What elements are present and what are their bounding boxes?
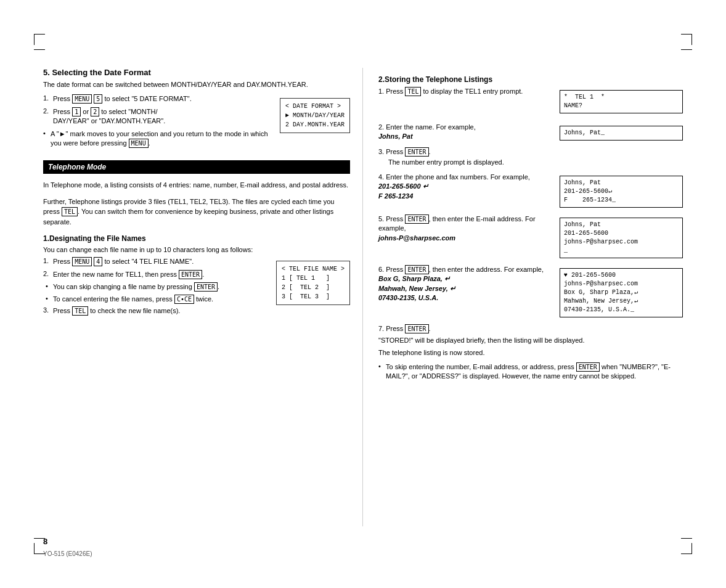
sec2-final-bullet: • To skip entering the number, E-mail ad… <box>378 362 683 382</box>
section-1-subtitle: You can change each file name in up to 1… <box>43 246 350 253</box>
side-mark-tr <box>681 49 692 50</box>
bullet-sym-2: • <box>46 295 53 304</box>
enter-key-5: ENTER <box>405 265 428 274</box>
final-bullet-body: To skip entering the number, E-mail addr… <box>386 362 683 382</box>
date-format-display: < DATE FORMAT > ► MONTH/DAY/YEAR 2 DAY.M… <box>280 98 350 133</box>
sec2-step-1: 1. Press TEL to display the TEL1 entry p… <box>378 87 683 116</box>
sec2-step-3: 3. Press ENTER. <box>378 147 683 157</box>
tel-key-2: TEL <box>72 306 88 316</box>
sec2-step-6-ex2: Mahwah, New Jersey, ↵ <box>378 285 455 292</box>
side-mark-br <box>681 538 692 539</box>
section-5-steps: 1. Press MENU 5 to select "5 DATE FORMAT… <box>43 94 350 151</box>
sec2-step-4-ex1: 201-265-5600 ↵ <box>378 182 428 190</box>
corner-mark-tr <box>681 34 692 45</box>
sec1-bullet-1: • You can skip changing a file name by p… <box>43 282 270 292</box>
sec2-step-5-num: 5. <box>378 215 384 223</box>
tel-key-inline: TEL <box>62 207 78 216</box>
lcd-4: Johns, Pat 201-265-5600↵ F 265-1234_ <box>560 176 683 208</box>
sec2-step-1-text: 1. Press TEL to display the TEL1 entry p… <box>378 87 560 96</box>
section-1-steps-text: 1. Press MENU 4 to select "4 TEL FILE NA… <box>43 257 270 319</box>
sec2-step-2: 2. Enter the name. For example, Johns, P… <box>378 123 683 144</box>
menu-key-3: MENU <box>72 257 92 266</box>
sec2-step-2-num: 2. <box>378 123 384 131</box>
section-1: 1.Designating the File Names You can cha… <box>43 234 350 319</box>
sec1-bullet-2-body: To cancel entering the file names, press… <box>53 295 213 304</box>
sec2-step-2-example: Johns, Pat <box>378 133 413 140</box>
sec1-step-2-body: Enter the new name for TEL1, then press … <box>53 270 204 279</box>
sec1-step-3: 3. Press TEL to check the new file name(… <box>43 306 270 316</box>
sec2-step-2-text: 2. Enter the name. For example, Johns, P… <box>378 123 560 142</box>
final-bullet-sym: • <box>378 362 386 382</box>
sec1-step-1-num: 1. <box>43 257 53 266</box>
sec2-step-6-text: 6. Press ENTER, then enter the address. … <box>378 265 560 303</box>
sec2-step-3-note: The number entry prompt is displayed. <box>378 158 683 167</box>
section-1-title: 1.Designating the File Names <box>43 234 350 243</box>
lcd-5: Johns, Pat 201-265-5600 johns-P@sharpsec… <box>560 218 683 258</box>
enter-key-4: ENTER <box>405 214 428 224</box>
enter-key-2: ENTER <box>194 282 218 292</box>
section-5-title: 5. Selecting the Date Format <box>43 68 350 77</box>
left-column: 5. Selecting the Date Format The date fo… <box>43 68 363 526</box>
key-1: 1 <box>72 107 81 116</box>
section-1-steps-with-display: 1. Press MENU 4 to select "4 TEL FILE NA… <box>43 257 350 319</box>
lcd-6: ♥ 201-265-5600 johns-P@sharpsec.com Box … <box>560 268 683 317</box>
bullet-body: A "►" mark moves to your selection and y… <box>51 129 274 149</box>
section-5-step-1: 1. Press MENU 5 to select "5 DATE FORMAT… <box>43 94 274 104</box>
section-5-step-2: 2. Press 1 or 2 to select "MONTH/DAY/YEA… <box>43 107 274 126</box>
sec2-step-3-num: 3. <box>378 148 384 155</box>
sec2-step-7-note1: "STORED!" will be displayed briefly, the… <box>378 336 683 345</box>
sec2-step-4: 4. Enter the phone and fax numbers. For … <box>378 173 683 211</box>
sec1-step-2: 2. Enter the new name for TEL1, then pre… <box>43 270 270 279</box>
sec1-step-1: 1. Press MENU 4 to select "4 TEL FILE NA… <box>43 257 270 266</box>
section-2: 2.Storing the Telephone Listings 1. Pres… <box>378 75 683 382</box>
corner-mark-tl <box>34 34 45 45</box>
sec1-step-1-body: Press MENU 4 to select "4 TEL FILE NAME"… <box>53 257 194 266</box>
sec2-step-7-num: 7. <box>378 325 384 332</box>
sec2-step-1-num: 1. <box>378 88 384 95</box>
telephone-mode-header: Telephone Mode <box>43 160 350 174</box>
section-5-steps-text: 1. Press MENU 5 to select "5 DATE FORMAT… <box>43 94 274 151</box>
page-number: 8 <box>43 537 47 546</box>
sec2-step-4-text: 4. Enter the phone and fax numbers. For … <box>378 173 560 201</box>
sec1-step-3-body: Press TEL to check the new file name(s). <box>53 306 180 316</box>
corner-mark-br <box>681 543 692 554</box>
bullet-sym-1: • <box>46 282 53 292</box>
enter-key-6: ENTER <box>405 324 428 333</box>
lcd-2: Johns, Pat_ <box>560 126 683 141</box>
right-column: 2.Storing the Telephone Listings 1. Pres… <box>363 68 683 526</box>
sec2-step-5: 5. Press ENTER, then enter the E-mail ad… <box>378 214 683 261</box>
step-2-body: Press 1 or 2 to select "MONTH/DAY/YEAR" … <box>53 107 165 126</box>
section-5: 5. Selecting the Date Format The date fo… <box>43 68 350 151</box>
sec1-step-3-num: 3. <box>43 306 53 316</box>
lcd-1: * TEL 1 * NAME? <box>560 90 683 113</box>
sec2-step-5-example: johns-P@sharpsec.com <box>378 234 455 242</box>
key-2: 2 <box>91 107 99 116</box>
sec2-step-5-text: 5. Press ENTER, then enter the E-mail ad… <box>378 214 560 243</box>
sec1-bullet-2: • To cancel entering the file names, pre… <box>43 295 270 304</box>
sec2-step-6: 6. Press ENTER, then enter the address. … <box>378 265 683 321</box>
menu-key: MENU <box>72 94 92 104</box>
sec2-step-7: 7. Press ENTER. <box>378 324 683 333</box>
page: 5. Selecting the Date Format The date fo… <box>0 0 726 588</box>
sec2-step-7-note2: The telephone listing is now stored. <box>378 348 683 357</box>
enter-key-1: ENTER <box>179 270 202 279</box>
section-5-bullet: • A "►" mark moves to your selection and… <box>43 129 274 149</box>
tel-file-display: < TEL FILE NAME > 1 [ TEL 1 ] 2 [ TEL 2 … <box>276 261 350 305</box>
sec1-step-2-num: 2. <box>43 270 53 279</box>
footer-text: YO-515 (E0426E) <box>43 550 92 557</box>
sec2-step-6-ex3: 07430-2135, U.S.A. <box>378 294 438 301</box>
step-1-body: Press MENU 5 to select "5 DATE FORMAT". <box>53 94 192 104</box>
main-content: 5. Selecting the Date Format The date fo… <box>43 68 683 526</box>
step-1-num: 1. <box>43 94 53 104</box>
sec2-step-6-ex1: Box G, Sharp Plaza, ↵ <box>378 275 450 282</box>
enter-key-7: ENTER <box>576 362 600 372</box>
sec2-step-4-num: 4. <box>378 173 384 181</box>
sec2-step-4-ex2: F 265-1234 <box>378 192 413 200</box>
telephone-mode-body1: In Telephone mode, a listing consists of… <box>43 180 350 190</box>
side-mark-tl <box>34 49 45 50</box>
sec1-bullet-1-body: You can skip changing a file name by pre… <box>53 282 219 292</box>
enter-key-3: ENTER <box>405 147 428 157</box>
tel-key-3: TEL <box>405 87 421 96</box>
cce-key: C•CE <box>174 295 194 304</box>
sec2-step-6-num: 6. <box>378 266 384 273</box>
